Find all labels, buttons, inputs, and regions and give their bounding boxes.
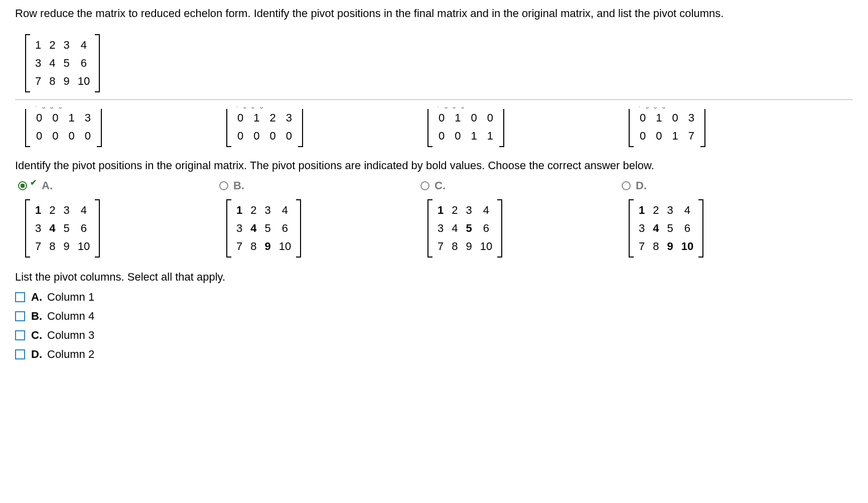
matrix-cell: 3 [635, 219, 649, 237]
option-C[interactable]: C. [420, 179, 616, 192]
matrix-cell: 3 [232, 219, 246, 237]
matrix-cell: 0 [281, 127, 297, 145]
matrix-cell: 1 [651, 109, 667, 127]
matrix-cell: 7 [232, 237, 246, 256]
matrix-cell: 1 [232, 201, 246, 219]
option-B[interactable]: B. [219, 179, 414, 192]
matrix-cell: 9 [261, 237, 275, 256]
matrix-cell: 3 [663, 201, 677, 219]
matrix-cell: 10 [275, 237, 295, 256]
matrix-cell: 0 [635, 127, 651, 145]
matrix-cell: 5 [663, 219, 677, 237]
matrix-cell: 1 [667, 127, 683, 145]
checkbox-text: Column 4 [47, 310, 94, 323]
checkbox-letter: B. [31, 310, 42, 323]
radio-icon[interactable] [622, 181, 631, 190]
section3-text: List the pivot columns. Select all that … [15, 271, 853, 284]
matrix-cell: 6 [74, 219, 94, 237]
matrix-cell: 2 [448, 201, 462, 219]
option-matrix: 1234345678910 [25, 199, 100, 258]
matrix-cell: 6 [74, 54, 94, 72]
matrix-cell: 1 [635, 201, 649, 219]
matrix-cell: 0 [651, 127, 667, 145]
checkbox-row-B[interactable]: B.Column 4 [15, 310, 853, 323]
matrix-cell: 0 [450, 127, 466, 145]
matrix-cell: 4 [74, 36, 94, 54]
question-text: Row reduce the matrix to reduced echelon… [15, 7, 853, 20]
radio-icon[interactable] [420, 181, 429, 190]
option-D[interactable]: D. [622, 179, 817, 192]
matrix-cell: 5 [462, 219, 476, 237]
matrix-cell: 0 [232, 127, 248, 145]
partial-matrix-2: · ᴗ ᴗ ᴗ01000011 [417, 104, 616, 150]
matrix-cell: 10 [74, 72, 94, 90]
option-matrix: 1234345678910 [427, 199, 502, 258]
option-letter: C. [435, 179, 446, 192]
matrix-cell: 5 [60, 219, 74, 237]
matrix-cell: 9 [462, 237, 476, 256]
matrix-cell: 3 [683, 109, 699, 127]
matrix-cell: 2 [265, 109, 281, 127]
matrix-cell: 0 [248, 127, 264, 145]
matrix-cell: 10 [677, 237, 697, 256]
checkbox-row-C[interactable]: C.Column 3 [15, 329, 853, 342]
matrix-cell: 9 [60, 72, 74, 90]
option-letter: A. [42, 179, 53, 192]
matrix-cell: 3 [60, 201, 74, 219]
matrix-cell: 1 [31, 36, 45, 54]
partial-matrix-3: · ᴗ ᴗ ᴗ01030017 [619, 104, 817, 150]
matrix-cell: 4 [677, 201, 697, 219]
partial-matrix-0: · ᴗ ᴗ ᴗ00130000 [15, 104, 213, 150]
matrix-cell: 7 [31, 72, 45, 90]
matrix-cell: 3 [462, 201, 476, 219]
checkbox-letter: C. [31, 329, 42, 342]
matrix-cell: 6 [677, 219, 697, 237]
divider [15, 99, 853, 100]
matrix-cell: 4 [246, 219, 260, 237]
option-letter: B. [233, 179, 244, 192]
option-A[interactable]: ✔A. [18, 179, 213, 192]
checkbox-text: Column 3 [47, 329, 94, 342]
matrix-cell: 10 [476, 237, 496, 256]
checkbox-label: D.Column 2 [31, 348, 94, 361]
radio-icon[interactable] [219, 181, 228, 190]
checkbox-list: A.Column 1B.Column 4C.Column 3D.Column 2 [15, 291, 853, 361]
matrix-cell: 9 [663, 237, 677, 256]
matrix-cell: 2 [45, 36, 59, 54]
matrix-cell: 0 [433, 127, 450, 145]
matrix-cell: 0 [232, 109, 248, 127]
checkbox-icon[interactable] [15, 349, 25, 359]
options2-row: ✔A.1234345678910B.1234345678910C.1234345… [15, 179, 853, 262]
checkbox-icon[interactable] [15, 311, 25, 321]
section2-text: Identify the pivot positions in the orig… [15, 159, 853, 172]
checkbox-row-D[interactable]: D.Column 2 [15, 348, 853, 361]
matrix-cell: 1 [64, 109, 80, 127]
checkbox-text: Column 2 [47, 348, 94, 361]
matrix-cell: 0 [466, 109, 482, 127]
matrix-cell: 0 [667, 109, 683, 127]
option-letter: D. [636, 179, 647, 192]
radio-icon[interactable] [18, 181, 27, 190]
matrix-cell: 0 [47, 109, 63, 127]
matrix-cell: 4 [45, 219, 59, 237]
checkbox-text: Column 1 [47, 291, 94, 304]
matrix-cell: 2 [45, 201, 59, 219]
cut-indicator: · ᴗ ᴗ ᴗ [417, 104, 616, 109]
checkbox-icon[interactable] [15, 330, 25, 340]
matrix-cell: 4 [45, 54, 59, 72]
matrix-cell: 9 [60, 237, 74, 256]
matrix-cell: 8 [246, 237, 260, 256]
matrix-cell: 8 [45, 237, 59, 256]
matrix-cell: 0 [31, 127, 47, 145]
matrix-cell: 5 [60, 54, 74, 72]
checkbox-row-A[interactable]: A.Column 1 [15, 291, 853, 304]
matrix-cell: 10 [74, 237, 94, 256]
main-matrix: 1234345678910 [15, 30, 853, 96]
matrix-cell: 3 [31, 54, 45, 72]
checkbox-letter: D. [31, 348, 42, 361]
matrix-cell: 5 [261, 219, 275, 237]
checkbox-label: A.Column 1 [31, 291, 94, 304]
checkmark-icon: ✔ [30, 178, 37, 187]
checkbox-icon[interactable] [15, 292, 25, 302]
matrix-cell: 2 [649, 201, 663, 219]
